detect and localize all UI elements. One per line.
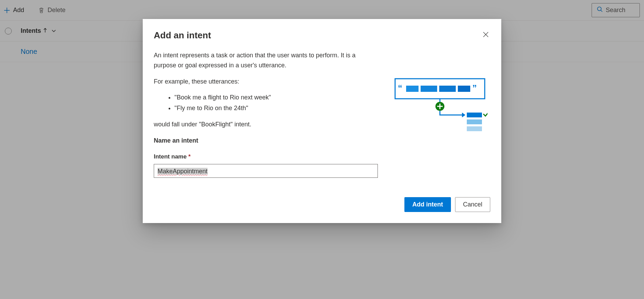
- modal-content-left: An intent represents a task or action th…: [154, 50, 378, 178]
- cancel-button[interactable]: Cancel: [455, 197, 490, 212]
- svg-rect-11: [467, 119, 482, 124]
- add-intent-button[interactable]: Add intent: [404, 197, 451, 212]
- close-button[interactable]: [481, 30, 490, 40]
- svg-text:“: “: [398, 83, 402, 93]
- example-item: "Fly me to Rio on the 24th": [174, 103, 378, 113]
- intent-illustration-icon: “ ”: [394, 78, 487, 137]
- intent-name-input[interactable]: MakeAppointment: [154, 164, 378, 178]
- svg-rect-10: [467, 113, 482, 117]
- modal-illustration: “ ”: [392, 50, 490, 178]
- add-intent-modal: Add an intent An intent represents a tas…: [143, 19, 501, 223]
- svg-text:”: ”: [472, 83, 477, 93]
- required-asterisk: *: [188, 153, 191, 160]
- close-icon: [483, 33, 489, 39]
- modal-footer: Add intent Cancel: [154, 197, 490, 212]
- modal-title: Add an intent: [154, 30, 211, 41]
- section-label: Name an intent: [154, 136, 378, 146]
- svg-rect-4: [421, 86, 437, 92]
- svg-rect-3: [406, 86, 419, 92]
- modal-example-list: "Book me a flight to Rio next week" "Fly…: [174, 93, 378, 113]
- modal-example-outro: would fall under "BookFlight" intent.: [154, 119, 378, 129]
- intent-name-value: MakeAppointment: [158, 168, 208, 175]
- svg-rect-12: [467, 126, 482, 131]
- example-item: "Book me a flight to Rio next week": [174, 93, 378, 103]
- modal-body: An intent represents a task or action th…: [154, 50, 490, 178]
- modal-example-intro: For example, these utterances:: [154, 77, 378, 87]
- modal-description: An intent represents a task or action th…: [154, 50, 378, 70]
- modal-header: Add an intent: [154, 30, 490, 41]
- svg-rect-5: [439, 86, 456, 92]
- intent-name-label: Intent name *: [154, 152, 378, 161]
- svg-rect-6: [458, 86, 470, 92]
